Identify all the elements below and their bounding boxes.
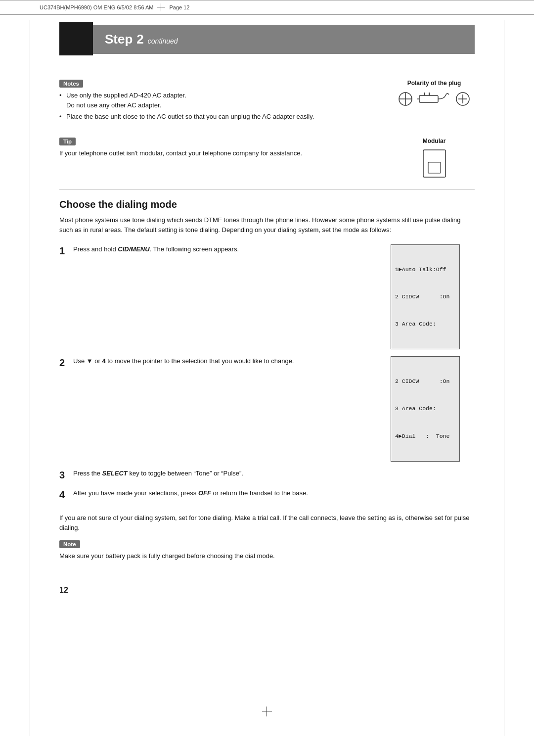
crosshair-icon <box>157 3 165 11</box>
step-2-content: Use ▼ or 4 to move the pointer to the se… <box>73 356 386 367</box>
lcd-row-1-3: 3 Area Code: <box>395 320 455 329</box>
step-4-content: After you have made your selections, pre… <box>73 488 475 499</box>
right-margin-line <box>504 20 504 736</box>
black-square-decoration <box>59 22 93 55</box>
tip-left: Tip If your telephone outlet isn't modul… <box>59 138 386 180</box>
left-margin-line <box>30 20 30 736</box>
polarity-section: Polarity of the plug <box>386 80 475 128</box>
step-header-bar: Step 2 continued <box>93 25 475 54</box>
polarity-plug-icon <box>417 90 451 108</box>
note-item-1: Use only the supplied AD-420 AC adapter.… <box>59 91 386 110</box>
modular-jack-icon <box>421 147 448 180</box>
bottom-note-text: Make sure your battery pack is fully cha… <box>59 551 475 561</box>
step-3-number: 3 <box>59 469 73 481</box>
note-item-2: Place the base unit close to the AC outl… <box>59 112 386 122</box>
step-1-number: 1 <box>59 244 73 257</box>
page-ref: Page 12 <box>169 4 189 10</box>
lcd-screen-1: 1►Auto Talk:Off 2 CIDCW :On 3 Area Code: <box>391 244 460 349</box>
step-word: Step <box>105 32 133 47</box>
section-intro: Most phone systems use tone dialing whic… <box>59 215 475 236</box>
numbered-step-2: 2 Use ▼ or 4 to move the pointer to the … <box>59 356 475 461</box>
lcd-row-2-1: 2 CIDCW :On <box>395 377 455 386</box>
step-1-screen-container: 1►Auto Talk:Off 2 CIDCW :On 3 Area Code: <box>386 244 475 349</box>
bottom-note-badge: Note <box>59 540 80 548</box>
step-continued-label: continued <box>148 37 178 45</box>
svg-rect-11 <box>428 162 441 173</box>
bottom-note-section: Note Make sure your battery pack is full… <box>59 540 475 561</box>
page-number: 12 <box>59 576 475 595</box>
modular-section: Modular <box>386 138 475 180</box>
steps-row: 1 Press and hold CID/MENU. The following… <box>59 244 475 508</box>
lcd-screen-2: 2 CIDCW :On 3 Area Code: 4►Dial : Tone <box>391 356 460 461</box>
lcd-row-1-1: 1►Auto Talk:Off <box>395 265 455 274</box>
step-2-screen-container: 2 CIDCW :On 3 Area Code: 4►Dial : Tone <box>386 356 475 461</box>
steps-left: 1 Press and hold CID/MENU. The following… <box>59 244 475 508</box>
step-3-key: SELECT <box>102 470 128 477</box>
step-3-content: Press the SELECT key to toggle between “… <box>73 469 475 479</box>
step-2-number: 2 <box>59 356 73 369</box>
step-1-content: Press and hold CID/MENU. The following s… <box>73 244 386 255</box>
modular-image <box>394 147 475 180</box>
modular-label: Modular <box>394 138 475 144</box>
polarity-right-symbol <box>455 92 470 106</box>
svg-rect-3 <box>419 95 438 102</box>
notes-badge: Notes <box>59 80 83 88</box>
tip-text: If your telephone outlet isn't modular, … <box>59 148 386 158</box>
section-divider <box>59 189 475 190</box>
notes-bullet-list: Use only the supplied AD-420 AC adapter.… <box>59 91 386 122</box>
step-header-wrapper: Step 2 continued <box>59 25 475 68</box>
lcd-row-2-2: 3 Area Code: <box>395 404 455 413</box>
tip-badge: Tip <box>59 138 76 145</box>
bottom-crosshair-icon <box>262 707 272 716</box>
polarity-left-symbol <box>398 92 413 106</box>
header-bar: UC374BH(MPH6990) OM ENG 6/5/02 8:56 AM P… <box>0 0 534 15</box>
main-content: Step 2 continued Notes Use only the supp… <box>0 15 534 614</box>
step-4-key: OFF <box>198 489 211 497</box>
polarity-image <box>394 90 475 108</box>
lcd-row-2-3: 4►Dial : Tone <box>395 432 455 441</box>
lcd-row-1-2: 2 CIDCW :On <box>395 292 455 301</box>
step-2-key: 4 <box>102 357 105 365</box>
page-container: UC374BH(MPH6990) OM ENG 6/5/02 8:56 AM P… <box>0 0 534 756</box>
polarity-label: Polarity of the plug <box>394 80 475 87</box>
notes-section: Notes Use only the supplied AD-420 AC ad… <box>59 80 475 128</box>
doc-info: UC374BH(MPH6990) OM ENG 6/5/02 8:56 AM <box>40 4 153 10</box>
notes-left: Notes Use only the supplied AD-420 AC ad… <box>59 80 386 128</box>
numbered-step-4: 4 After you have made your selections, p… <box>59 488 475 501</box>
continuation-text: If you are not sure of your dialing syst… <box>59 513 475 534</box>
numbered-step-3: 3 Press the SELECT key to toggle between… <box>59 469 475 481</box>
dialing-mode-section: Choose the dialing mode Most phone syste… <box>59 199 475 561</box>
tip-section: Tip If your telephone outlet isn't modul… <box>59 138 475 180</box>
step-4-number: 4 <box>59 488 73 501</box>
step-1-key: CID/MENU <box>118 245 149 253</box>
section-title: Choose the dialing mode <box>59 199 475 210</box>
step-number: 2 <box>136 32 143 47</box>
numbered-step-1: 1 Press and hold CID/MENU. The following… <box>59 244 475 349</box>
